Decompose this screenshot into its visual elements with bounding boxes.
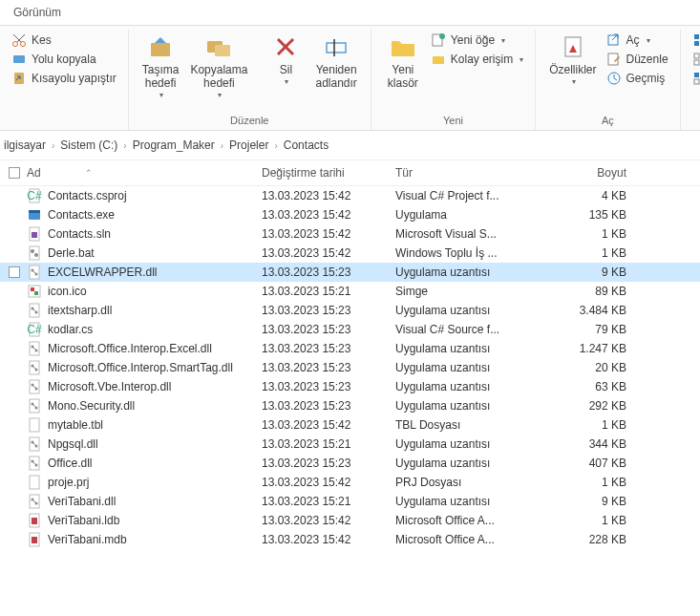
select-all-button[interactable]: Tümünü seç [689,32,700,49]
table-row[interactable]: Microsoft.Vbe.Interop.dll13.03.2023 15:2… [0,377,700,396]
cell-name[interactable]: Contacts.exe [25,207,262,223]
open-button[interactable]: Aç▾ [603,32,672,49]
cell-name[interactable]: Derle.bat [25,245,262,261]
dll-icon [27,341,42,356]
header-checkbox[interactable] [4,167,25,179]
cell-name[interactable]: Npgsql.dll [25,436,262,452]
file-name-label: Mono.Security.dll [48,399,135,413]
row-checkbox[interactable] [4,266,25,278]
history-button[interactable]: Geçmiş [603,70,672,87]
cell-type: Uygulama uzantısı [395,361,548,374]
file-name-label: Derle.bat [48,246,95,260]
cell-size: 4 KB [548,189,644,202]
chevron-right-icon: › [123,140,126,151]
breadcrumb-segment[interactable]: ilgisayar [4,138,46,152]
cell-size: 407 KB [548,457,644,470]
cell-date: 13.03.2023 15:42 [262,227,395,241]
breadcrumb-segment[interactable]: Contacts [284,138,329,152]
table-row[interactable]: VeriTabani.ldb13.03.2023 15:42Microsoft … [0,511,700,530]
history-icon [606,71,622,86]
header-type[interactable]: Tür [395,166,548,180]
cell-type: Uygulama uzantısı [395,457,548,470]
table-row[interactable]: Microsoft.Office.Interop.SmartTag.dll13.… [0,358,700,377]
svg-rect-35 [29,210,40,213]
table-row[interactable]: C#Contacts.csproj13.03.2023 15:42Visual … [0,186,700,205]
copy-path-button[interactable]: Yolu kopyala [8,51,120,68]
invert-selection-button[interactable]: Diğerlerini seç [689,70,700,87]
table-row[interactable]: VeriTabani.mdb13.03.2023 15:42Microsoft … [0,530,700,549]
table-row[interactable]: Derle.bat13.03.2023 15:42Windows Toplu İ… [0,244,700,263]
paste-shortcut-button[interactable]: Kısayolu yapıştır [8,70,120,87]
table-row[interactable]: Npgsql.dll13.03.2023 15:21Uygulama uzant… [0,435,700,454]
cell-name[interactable]: itextsharp.dll [25,303,262,318]
edit-button[interactable]: Düzenle [603,51,672,68]
new-item-button[interactable]: Yeni öğe▾ [427,32,527,49]
cell-name[interactable]: EXCELWRAPPER.dll [25,265,262,280]
breadcrumb-segment[interactable]: Program_Maker [133,138,215,152]
cell-name[interactable]: Office.dll [25,456,262,471]
table-row[interactable]: Mono.Security.dll13.03.2023 15:23Uygulam… [0,396,700,415]
chevron-down-icon: ▾ [647,36,650,45]
table-row[interactable]: icon.ico13.03.2023 15:21Simge89 KB [0,282,700,301]
new-folder-button[interactable]: Yeni klasör [379,30,427,93]
header-name[interactable]: Ad⌃ [25,166,262,180]
easy-access-button[interactable]: Kolay erişim▾ [427,51,527,68]
cell-name[interactable]: VeriTabani.dll [25,494,262,509]
cell-type: Uygulama uzantısı [395,399,548,413]
chevron-down-icon: ▾ [520,55,523,64]
breadcrumb-segment[interactable]: Projeler [229,138,268,152]
breadcrumb-segment[interactable]: Sistem (C:) [60,138,117,152]
table-row[interactable]: Contacts.exe13.03.2023 15:42Uygulama135 … [0,205,700,224]
cell-name[interactable]: Mono.Security.dll [25,398,262,414]
table-row[interactable]: C#kodlar.cs13.03.2023 15:23Visual C# Sou… [0,320,700,339]
rename-icon [321,32,351,62]
header-date[interactable]: Değiştirme tarihi [262,166,395,180]
file-list[interactable]: C#Contacts.csproj13.03.2023 15:42Visual … [0,186,700,616]
table-row[interactable]: proje.prj13.03.2023 15:42PRJ Dosyası1 KB [0,473,700,492]
header-size[interactable]: Boyut [548,166,644,180]
dll-icon [27,379,42,394]
shortcut-icon [11,71,27,86]
table-row[interactable]: mytable.tbl13.03.2023 15:42TBL Dosyası1 … [0,415,700,435]
select-none-button[interactable]: Hiçbirini seçme [689,51,700,68]
table-row[interactable]: Microsoft.Office.Interop.Excel.dll13.03.… [0,339,700,358]
svg-point-0 [13,42,18,47]
dll-icon [27,436,42,452]
breadcrumb[interactable]: ilgisayar›Sistem (C:)›Program_Maker›Proj… [0,131,700,160]
cell-date: 13.03.2023 15:23 [262,266,395,279]
svg-rect-46 [31,287,34,291]
table-row[interactable]: Office.dll13.03.2023 15:23Uygulama uzant… [0,454,700,473]
table-row[interactable]: itextsharp.dll13.03.2023 15:23Uygulama u… [0,301,700,320]
bat-icon [27,245,42,261]
svg-rect-47 [34,291,38,295]
cell-name[interactable]: C#kodlar.cs [25,322,262,337]
cell-name[interactable]: VeriTabani.mdb [25,532,262,547]
copy-to-button[interactable]: Kopyalama hedefi▾ [184,30,253,101]
cell-name[interactable]: mytable.tbl [25,417,262,433]
svg-rect-17 [608,35,618,45]
move-to-button[interactable]: Taşıma hedefi▾ [137,30,185,101]
cell-name[interactable]: icon.ico [25,284,262,299]
cut-button[interactable]: Kes [8,32,120,49]
cell-name[interactable]: proje.prj [25,475,262,490]
open-label: Aç [626,33,640,47]
cell-date: 13.03.2023 15:23 [262,399,395,413]
cell-name[interactable]: Microsoft.Office.Interop.SmartTag.dll [25,360,262,375]
cell-name[interactable]: Contacts.sln [25,226,262,242]
cell-name[interactable]: Microsoft.Office.Interop.Excel.dll [25,341,262,356]
table-row[interactable]: VeriTabani.dll13.03.2023 15:21Uygulama u… [0,492,700,511]
table-row[interactable]: Contacts.sln13.03.2023 15:42Microsoft Vi… [0,224,700,244]
group-label-organize: Düzenle [230,113,268,130]
scissors-icon [11,32,27,48]
rename-button[interactable]: Yeniden adlandır [309,30,362,93]
svg-point-1 [21,42,26,47]
delete-button[interactable]: Sil▾ [262,30,309,88]
file-name-label: kodlar.cs [48,323,93,336]
svg-rect-4 [13,55,25,63]
table-row[interactable]: EXCELWRAPPER.dll13.03.2023 15:23Uygulama… [0,263,700,282]
tab-view[interactable]: Görünüm [13,6,61,19]
cell-name[interactable]: Microsoft.Vbe.Interop.dll [25,379,262,394]
cell-name[interactable]: VeriTabani.ldb [25,513,262,528]
cell-name[interactable]: C#Contacts.csproj [25,188,262,203]
properties-button[interactable]: Özellikler▾ [543,30,602,88]
